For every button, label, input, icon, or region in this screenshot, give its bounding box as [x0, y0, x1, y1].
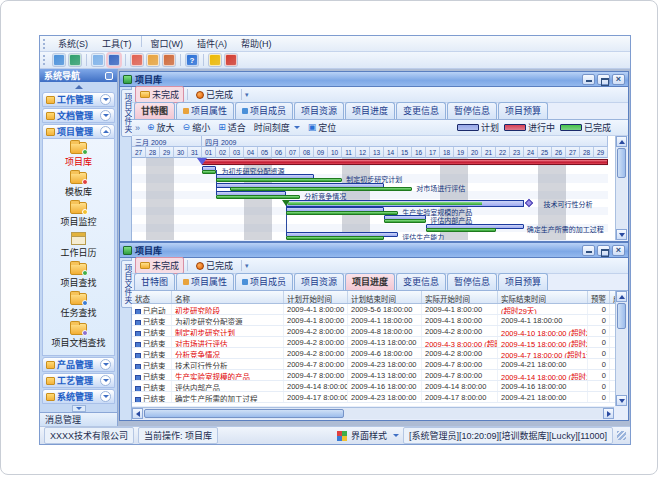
scrollbar-thumb[interactable] [617, 303, 626, 329]
group-toggle-button[interactable] [100, 126, 111, 137]
gantt-bars-area[interactable]: 为初步研究分配资源制定初步研究计划对市场进行评估分析竞争情况技术可行性分析生产实… [132, 158, 608, 240]
menu-item-3[interactable]: 窗口(W) [144, 36, 191, 51]
close-button[interactable]: × [612, 245, 625, 256]
progress-tab-项目预算[interactable]: 项目预算 [498, 273, 548, 290]
filter-more-button[interactable]: ▾ [245, 91, 249, 99]
gantt-tab-项目属性[interactable]: 项目属性 [176, 102, 234, 119]
close-button[interactable]: × [612, 74, 625, 85]
sidebar-group-header-5[interactable]: 工艺管理 [42, 373, 115, 388]
table-row[interactable]: 已结束技术可行性分析2009-4-7 8:00:002009-4-23 18:0… [132, 359, 627, 370]
filter-unfinished-button[interactable]: 未完成 [135, 257, 184, 274]
toolbar-overflow-button[interactable]: » [135, 123, 140, 133]
scroll-up-button[interactable] [616, 291, 627, 302]
restore-button[interactable] [597, 74, 610, 85]
column-header-计划开始时间[interactable]: 计划开始时间 [284, 291, 348, 303]
gantt-tab-项目进度[interactable]: 项目进度 [345, 102, 395, 119]
column-header-状态[interactable]: 状态 [132, 291, 172, 303]
gantt-tab-项目成员[interactable]: 项目成员 [235, 102, 293, 119]
project-summary-bar[interactable] [202, 159, 608, 165]
table-row[interactable]: 已启动初步研究阶段2009-4-1 8:00:002009-5-6 18:00:… [132, 304, 627, 315]
scroll-right-button[interactable] [603, 408, 614, 419]
progress-tab-甘特图[interactable]: 甘特图 [134, 273, 175, 290]
filter-unfinished-button[interactable]: 未完成 [135, 86, 184, 103]
table-row[interactable]: 已结束评估内部产品2009-4-14 8:00:002009-4-16 18:0… [132, 381, 627, 392]
column-header-实际结束时间[interactable]: 实际结束时间 [498, 291, 588, 303]
gantt-actual-bar[interactable] [202, 170, 216, 174]
table-row[interactable]: 已结束确定生产所需的加工过程2009-4-17 8:00:002009-4-23… [132, 392, 627, 403]
table-vertical-scrollbar[interactable] [615, 291, 627, 406]
table-horizontal-scrollbar[interactable] [132, 407, 614, 419]
minimize-button[interactable] [582, 74, 595, 85]
progress-tab-项目属性[interactable]: 项目属性 [176, 273, 234, 290]
menubar-grip[interactable] [43, 39, 48, 49]
gantt-actual-bar[interactable] [216, 195, 300, 199]
gantt-tab-变更信息[interactable]: 变更信息 [396, 102, 446, 119]
group-toggle-button[interactable] [100, 94, 111, 105]
sidebar-group-header-3[interactable]: 项目管理 [42, 124, 115, 139]
sidebar-item-项目库[interactable]: 项目库 [65, 142, 92, 168]
scroll-down-button[interactable] [616, 229, 627, 240]
toolbar-grip[interactable] [43, 55, 48, 65]
filter-finished-button[interactable]: 已完成 [191, 86, 238, 103]
group-toggle-button[interactable] [100, 110, 111, 121]
sidebar-item-项目监控[interactable]: 项目监控 [60, 202, 96, 228]
sidebar-group-header-4[interactable]: 产品管理 [42, 357, 115, 372]
column-header-名称[interactable]: 名称 [172, 291, 284, 303]
sidebar-group-header-1[interactable]: 工作管理 [42, 92, 115, 107]
report-delete-icon[interactable] [163, 54, 175, 66]
filter-finished-button[interactable]: 已完成 [191, 257, 238, 274]
table-row[interactable]: 已结束对市场进行评估2009-4-2 8:00:002009-4-13 18:0… [132, 337, 627, 348]
column-header-预警[interactable]: 预警 [588, 291, 610, 303]
filter-more-button[interactable]: ▾ [245, 262, 249, 270]
table-row[interactable]: 已结束制定初步研究计划2009-4-2 8:00:002009-4-8 18:0… [132, 326, 627, 337]
menu-item-4[interactable]: 插件(A) [190, 36, 234, 51]
gantt-actual-bar[interactable] [384, 219, 426, 223]
restore-button[interactable] [597, 245, 610, 256]
menu-item-2[interactable]: 工具(T) [95, 36, 139, 51]
pin-icon[interactable] [105, 72, 113, 80]
progress-tab-项目资源[interactable]: 项目资源 [294, 273, 344, 290]
scroll-down-button[interactable] [616, 395, 627, 406]
sidebar-group-header-6[interactable]: 系统管理 [42, 389, 115, 404]
column-header-计划结束时间[interactable]: 计划结束时间 [348, 291, 422, 303]
progress-tab-变更信息[interactable]: 变更信息 [396, 273, 446, 290]
progress-tab-项目成员[interactable]: 项目成员 [235, 273, 293, 290]
scrollbar-thumb[interactable] [144, 409, 344, 418]
progress-tab-项目进度[interactable]: 项目进度 [345, 273, 395, 290]
gantt-button-放大[interactable]: ⊕放大 [143, 120, 179, 135]
sidebar-item-工作日历[interactable]: 工作日历 [60, 232, 96, 259]
table-row[interactable]: 已结束生产实验室规模的产品2009-4-7 8:00:002009-4-13 1… [132, 370, 627, 381]
scrollbar-thumb[interactable] [617, 148, 626, 178]
sidebar-item-模板库[interactable]: 模板库 [65, 172, 92, 198]
gantt-actual-bar[interactable] [286, 211, 398, 215]
sidebar-tab-messages[interactable]: 消息管理 [40, 412, 117, 426]
gantt-actual-bar[interactable] [216, 178, 342, 182]
progress-tab-暂停信息[interactable]: 暂停信息 [447, 273, 497, 290]
sidebar-item-任务查找[interactable]: 任务查找 [60, 293, 96, 319]
interface-style-button[interactable]: 界面样式 [351, 429, 387, 442]
sidebar-item-项目文档查找[interactable]: 项目文档查找 [51, 323, 105, 349]
gantt-tab-项目预算[interactable]: 项目预算 [498, 102, 548, 119]
group-toggle-button[interactable] [100, 375, 111, 386]
gantt-button-缩小[interactable]: ⊖缩小 [179, 120, 215, 135]
help-icon[interactable]: ? [186, 54, 198, 66]
upper-window-titlebar[interactable]: 项目库 × [120, 72, 628, 87]
resize-grip[interactable] [617, 431, 626, 440]
lower-window-titlebar[interactable]: 项目库 × [120, 243, 628, 258]
gantt-tab-暂停信息[interactable]: 暂停信息 [447, 102, 497, 119]
scroll-left-button[interactable] [132, 408, 143, 419]
save-icon[interactable] [108, 54, 120, 66]
minimize-button[interactable] [582, 245, 595, 256]
gantt-actual-bar[interactable] [286, 236, 384, 240]
exit-icon[interactable] [225, 54, 237, 66]
gantt-button-时间刻度[interactable]: 时间刻度 [250, 120, 304, 135]
sidebar-item-项目查找[interactable]: 项目查找 [60, 263, 96, 289]
sidebar-group-header-2[interactable]: 文档管理 [42, 108, 115, 123]
report-open-icon[interactable] [147, 54, 159, 66]
gantt-vertical-scrollbar[interactable] [615, 136, 627, 240]
group-toggle-button[interactable] [100, 359, 111, 370]
gantt-summary-bar[interactable] [286, 200, 524, 207]
table-row[interactable]: 已结束为初步研究分配资源2009-4-1 8:00:002009-4-1 18:… [132, 315, 627, 326]
menu-item-5[interactable]: 帮助(H) [234, 36, 279, 51]
report-new-icon[interactable] [131, 54, 143, 66]
